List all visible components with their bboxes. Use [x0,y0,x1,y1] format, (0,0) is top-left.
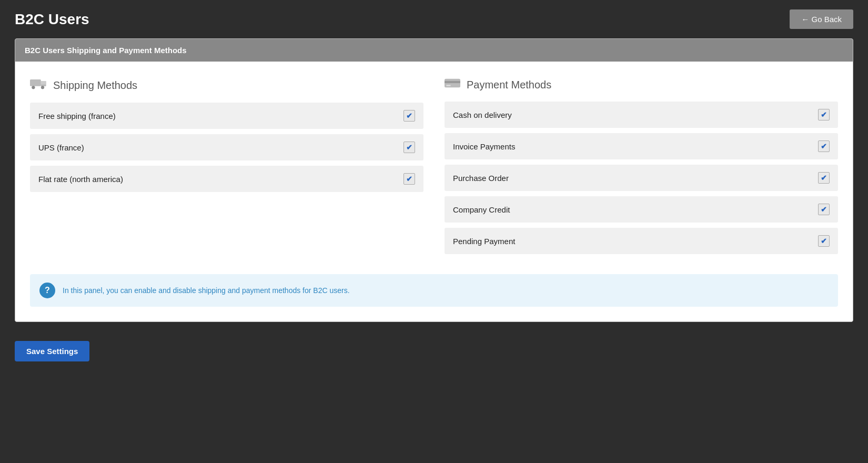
payment-method-checkbox[interactable] [818,172,830,184]
shipping-methods-list: Free shipping (france) UPS (france) Flat… [30,103,423,192]
info-box: ? In this panel, you can enable and disa… [30,274,838,307]
shipping-method-label: Free shipping (france) [38,112,116,120]
svg-rect-5 [41,81,46,84]
payment-method-checkbox-container[interactable] [818,204,830,215]
payment-method-checkbox-container[interactable] [818,140,830,152]
payment-method-checkbox[interactable] [818,109,830,120]
svg-rect-8 [446,85,450,86]
payment-method-checkbox-container[interactable] [818,172,830,184]
go-back-button[interactable]: ← Go Back [790,9,853,29]
panel-header-label: B2C Users Shipping and Payment Methods [25,46,187,55]
shipping-method-checkbox-container[interactable] [403,110,415,122]
payment-method-row: Invoice Payments [445,133,838,159]
shipping-method-row: Flat rate (north america) [30,166,423,192]
payment-method-label: Company Credit [453,205,510,214]
payment-method-checkbox[interactable] [818,140,830,152]
shipping-method-checkbox[interactable] [403,110,415,122]
shipping-method-row: UPS (france) [30,134,423,160]
truck-icon [30,77,47,93]
info-text: In this panel, you can enable and disabl… [63,286,350,295]
payment-method-label: Purchase Order [453,174,509,183]
shipping-section-header: Shipping Methods [30,77,423,93]
page-title: B2C Users [15,11,89,28]
page-footer: Save Settings [0,333,868,370]
shipping-method-checkbox-container[interactable] [403,173,415,185]
info-icon: ? [39,283,55,298]
payment-method-checkbox[interactable] [818,204,830,215]
payment-method-row: Company Credit [445,196,838,223]
columns: Shipping Methods Free shipping (france) … [30,77,838,259]
shipping-method-checkbox[interactable] [403,173,415,185]
payment-section-header: Payment Methods [445,77,838,92]
shipping-method-label: Flat rate (north america) [38,175,123,184]
payment-methods-list: Cash on delivery Invoice Payments Purcha… [445,102,838,254]
payment-method-checkbox-container[interactable] [818,109,830,120]
payment-column: Payment Methods Cash on delivery Invoice… [445,77,838,259]
svg-point-4 [41,86,44,89]
payment-method-row: Pending Payment [445,228,838,254]
payment-method-row: Cash on delivery [445,102,838,128]
shipping-section-title: Shipping Methods [53,79,137,92]
page-header: B2C Users ← Go Back [0,0,868,38]
shipping-method-checkbox-container[interactable] [403,142,415,153]
svg-rect-7 [445,81,460,83]
svg-rect-0 [30,79,41,86]
panel-header: B2C Users Shipping and Payment Methods [15,39,853,62]
svg-point-3 [32,86,35,89]
panel-body: Shipping Methods Free shipping (france) … [15,62,853,321]
payment-method-row: Purchase Order [445,165,838,191]
payment-method-checkbox-container[interactable] [818,235,830,247]
payment-method-checkbox[interactable] [818,235,830,247]
payment-method-label: Cash on delivery [453,110,512,119]
card-icon [445,77,460,92]
shipping-method-label: UPS (france) [38,143,84,152]
shipping-method-checkbox[interactable] [403,142,415,153]
payment-method-label: Pending Payment [453,237,515,246]
payment-section-title: Payment Methods [467,79,551,91]
payment-method-label: Invoice Payments [453,142,515,151]
save-settings-button[interactable]: Save Settings [15,341,89,361]
shipping-method-row: Free shipping (france) [30,103,423,129]
main-panel: B2C Users Shipping and Payment Methods [15,38,853,322]
shipping-column: Shipping Methods Free shipping (france) … [30,77,423,259]
